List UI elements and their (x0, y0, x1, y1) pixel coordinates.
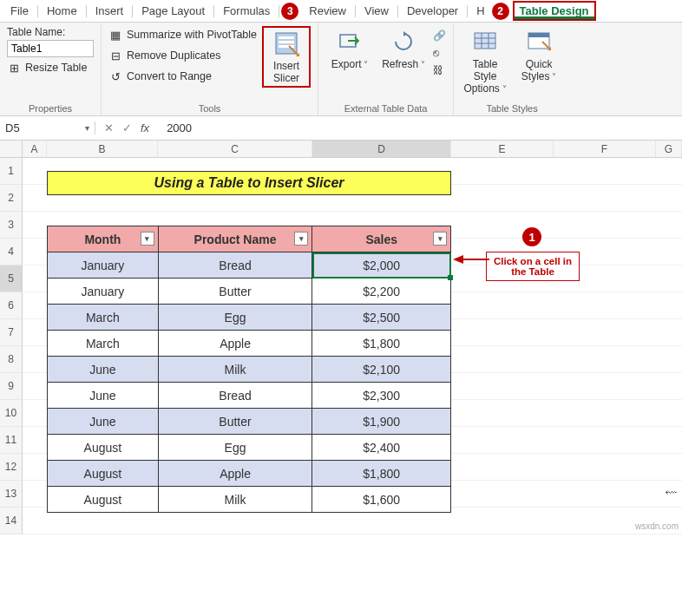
svg-rect-7 (475, 33, 495, 49)
tab-help[interactable]: H (469, 1, 491, 21)
col-header-G[interactable]: G (656, 141, 682, 157)
th-product-label: Product Name (194, 233, 277, 246)
col-header-D[interactable]: D (312, 141, 451, 157)
row-header-7[interactable]: 7 (0, 319, 23, 346)
cell-month[interactable]: March (48, 331, 159, 357)
remove-duplicates-button[interactable]: ⊟ Remove Duplicates (108, 47, 257, 64)
cell-month[interactable]: August (48, 461, 159, 487)
cell-product[interactable]: Apple (158, 461, 312, 487)
cell-product[interactable]: Egg (158, 305, 312, 331)
cell-sales[interactable]: $2,200 (312, 279, 451, 305)
table-row: JuneButter$1,900 (48, 409, 451, 435)
enter-formula-icon[interactable]: ✓ (122, 121, 132, 134)
col-header-C[interactable]: C (158, 141, 312, 157)
cell-month[interactable]: August (48, 487, 159, 513)
row-header-3[interactable]: 3 (0, 212, 23, 239)
summarize-pivottable-button[interactable]: ▦ Summarize with PivotTable (108, 26, 257, 43)
unlink-icon[interactable]: ⛓ (433, 64, 446, 76)
row-header-9[interactable]: 9 (0, 373, 23, 400)
cell-product[interactable]: Butter (158, 409, 312, 435)
svg-rect-13 (528, 33, 549, 37)
table-style-options-button[interactable]: Table Style Options (461, 26, 509, 95)
tab-page-layout[interactable]: Page Layout (134, 1, 212, 21)
row-header-4[interactable]: 4 (0, 239, 23, 265)
cell-month[interactable]: June (48, 357, 159, 383)
cell-product[interactable]: Milk (158, 487, 312, 513)
row-header-5[interactable]: 5 (0, 265, 23, 292)
cell-product[interactable]: Egg (158, 435, 312, 461)
cell-sales[interactable]: $2,000 (312, 252, 451, 279)
cell-sales[interactable]: $1,800 (312, 461, 451, 487)
cell-product[interactable]: Bread (158, 252, 312, 279)
col-header-F[interactable]: F (554, 141, 656, 157)
options-line1: Table Style (461, 58, 509, 82)
open-browser-icon[interactable]: ⎋ (433, 47, 446, 59)
refresh-icon (390, 28, 417, 56)
cell-sales[interactable]: $2,500 (312, 305, 451, 331)
arrow-icon (453, 255, 463, 264)
cell-product[interactable]: Bread (158, 383, 312, 409)
resize-table-button[interactable]: ⊞ Resize Table (7, 59, 87, 76)
quick-line1: Quick (526, 58, 553, 70)
tab-home[interactable]: Home (40, 1, 84, 21)
quick-styles-button[interactable]: Quick Styles (515, 26, 563, 83)
filter-product-icon[interactable]: ▾ (294, 232, 308, 246)
cell-sales[interactable]: $2,100 (312, 357, 451, 383)
filter-sales-icon[interactable]: ▾ (433, 232, 447, 246)
cancel-formula-icon[interactable]: ✕ (104, 121, 114, 134)
col-header-E[interactable]: E (451, 141, 554, 157)
tab-table-design[interactable]: Table Design (513, 1, 596, 21)
row-header-13[interactable]: 13 (0, 481, 23, 508)
tab-formulas[interactable]: Formulas (216, 1, 277, 21)
row-header-6[interactable]: 6 (0, 292, 23, 319)
tab-view[interactable]: View (357, 1, 396, 21)
cell-sales[interactable]: $1,600 (312, 487, 451, 513)
convert-range-button[interactable]: ↺ Convert to Range (108, 68, 257, 85)
row-header-12[interactable]: 12 (0, 454, 23, 481)
th-product[interactable]: Product Name ▾ (158, 226, 312, 252)
cell-product[interactable]: Apple (158, 331, 312, 357)
cell-month[interactable]: January (48, 279, 159, 305)
insert-slicer-button[interactable]: Insert Slicer (262, 26, 311, 88)
row-header-8[interactable]: 8 (0, 346, 23, 373)
name-box-dropdown-icon[interactable]: ▾ (85, 123, 89, 133)
cell-month[interactable]: March (48, 305, 159, 331)
col-header-A[interactable]: A (23, 141, 47, 157)
select-all-corner[interactable] (0, 141, 23, 157)
cell-sales[interactable]: $2,400 (312, 435, 451, 461)
cell-month[interactable]: January (48, 252, 159, 279)
name-box[interactable]: D5 ▾ (0, 121, 95, 134)
formula-value[interactable]: 2000 (158, 121, 200, 134)
cell-product[interactable]: Butter (158, 279, 312, 305)
tab-review[interactable]: Review (302, 1, 353, 21)
summarize-label: Summarize with PivotTable (127, 29, 257, 41)
cell-sales[interactable]: $1,800 (312, 331, 451, 357)
fx-icon[interactable]: fx (141, 121, 149, 134)
refresh-button[interactable]: Refresh (379, 26, 428, 71)
row-header-2[interactable]: 2 (0, 185, 23, 212)
cell-month[interactable]: August (48, 435, 159, 461)
cursor-indicator-icon: ⬳ (665, 486, 677, 500)
table-name-input[interactable] (7, 40, 94, 57)
cell-sales[interactable]: $1,900 (312, 409, 451, 435)
cell-product[interactable]: Milk (158, 357, 312, 383)
tab-developer[interactable]: Developer (400, 1, 465, 21)
th-sales[interactable]: Sales ▾ (312, 226, 451, 252)
row-header-1[interactable]: 1 (0, 158, 23, 185)
row-header-11[interactable]: 11 (0, 427, 23, 454)
col-header-B[interactable]: B (47, 141, 158, 157)
external-link-icon[interactable]: 🔗 (433, 29, 446, 42)
svg-rect-1 (279, 36, 294, 39)
tab-file[interactable]: File (3, 1, 36, 21)
group-properties: Table Name: ⊞ Resize Table Properties (0, 23, 102, 115)
th-sales-label: Sales (365, 233, 397, 246)
cell-month[interactable]: June (48, 409, 159, 435)
filter-month-icon[interactable]: ▾ (141, 232, 154, 246)
export-button[interactable]: Export (325, 26, 374, 71)
row-header-10[interactable]: 10 (0, 400, 23, 427)
row-header-14[interactable]: 14 (0, 508, 23, 534)
cell-sales[interactable]: $2,300 (312, 383, 451, 409)
tab-insert[interactable]: Insert (89, 1, 131, 21)
th-month[interactable]: Month ▾ (48, 226, 159, 252)
cell-month[interactable]: June (48, 383, 159, 409)
